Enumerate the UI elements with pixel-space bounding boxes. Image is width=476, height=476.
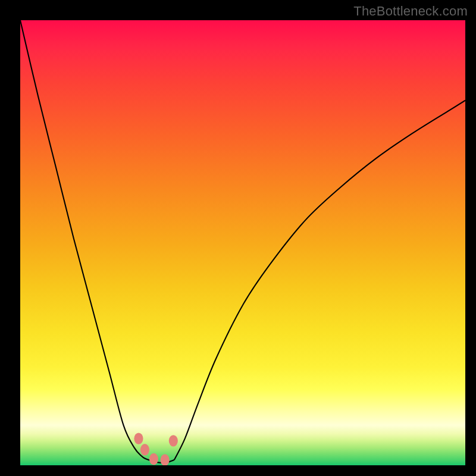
- marker-left-1: [134, 433, 143, 444]
- plot-area: [20, 20, 465, 465]
- series-group: [20, 20, 465, 463]
- chart-frame: TheBottleneck.com: [0, 0, 476, 476]
- curve-left: [20, 20, 152, 461]
- curve-right: [174, 101, 465, 460]
- chart-svg: [20, 20, 465, 465]
- marker-right-1: [169, 435, 178, 446]
- watermark-text: TheBottleneck.com: [353, 4, 468, 19]
- marker-mid-2: [161, 454, 170, 465]
- marker-mid-1: [149, 453, 158, 465]
- marker-left-2: [140, 444, 149, 455]
